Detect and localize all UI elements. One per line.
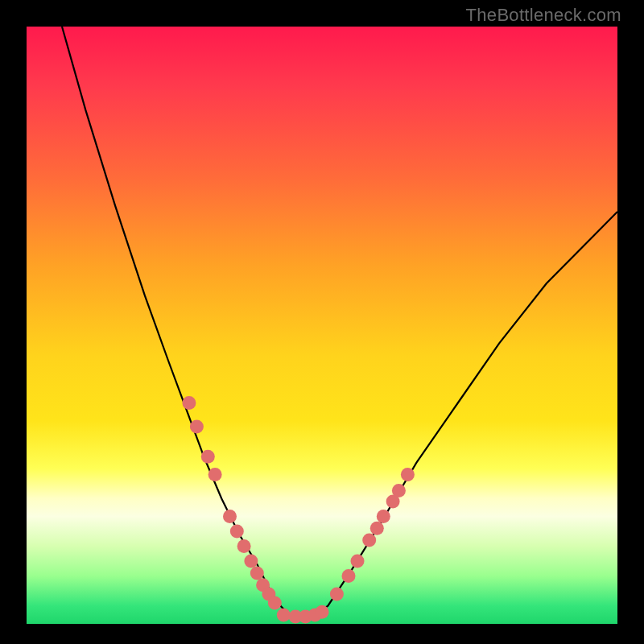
curve-dot xyxy=(268,597,282,610)
curve-dot xyxy=(244,555,258,568)
watermark-text: TheBottleneck.com xyxy=(466,5,621,26)
curve-dot xyxy=(351,555,365,568)
curve-dot xyxy=(223,510,237,523)
bottleneck-curve-svg xyxy=(27,27,617,624)
chart-frame: TheBottleneck.com xyxy=(0,0,644,644)
curve-dot xyxy=(237,539,251,553)
curve-dot xyxy=(342,569,356,583)
curve-dot xyxy=(377,510,390,523)
curve-dot xyxy=(392,484,406,497)
curve-dot xyxy=(316,605,329,619)
plot-area xyxy=(27,27,617,624)
curve-dots xyxy=(182,396,415,624)
curve-dot xyxy=(362,534,376,547)
bottleneck-curve xyxy=(62,27,617,618)
curve-dot xyxy=(182,396,196,410)
curve-dot xyxy=(250,566,264,580)
curve-dot xyxy=(401,468,415,481)
curve-dot xyxy=(277,608,291,621)
curve-dot xyxy=(201,450,215,464)
curve-dot xyxy=(330,587,344,601)
curve-dot xyxy=(230,525,244,539)
curve-dot xyxy=(370,522,384,535)
curve-dot xyxy=(208,468,222,481)
curve-dot xyxy=(190,420,204,434)
